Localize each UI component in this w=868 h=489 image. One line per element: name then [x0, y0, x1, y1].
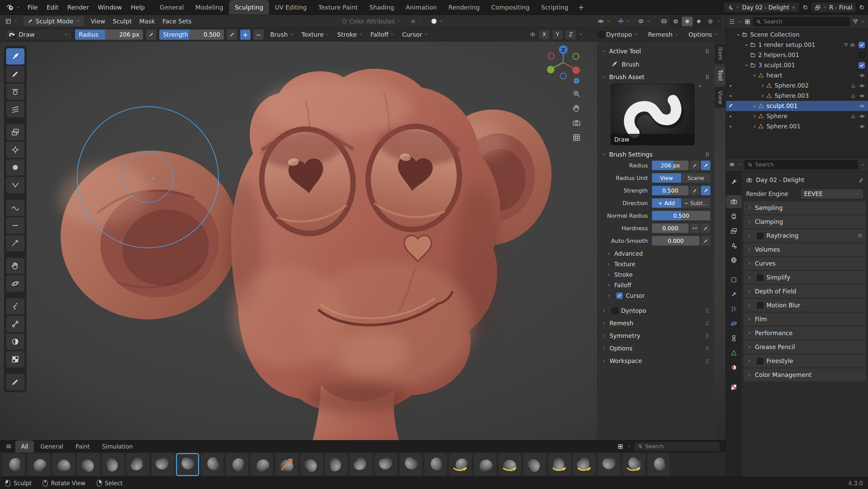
menu-edit[interactable]: Edit: [42, 0, 63, 15]
section-freestyle-checkbox[interactable]: [757, 358, 763, 364]
new-view-layer-button[interactable]: [859, 4, 865, 10]
brush-asset-dropdown[interactable]: [697, 84, 703, 89]
workspace-tab-modeling[interactable]: Modeling: [190, 0, 229, 15]
direction-add-button[interactable]: +Add: [652, 198, 681, 208]
subpanel-cursor-checkbox[interactable]: [616, 292, 623, 299]
properties-tab-world[interactable]: [726, 254, 742, 267]
shelf-search[interactable]: [635, 442, 720, 451]
properties-tab-tool[interactable]: [726, 176, 742, 188]
hardness-pressure-toggle[interactable]: [701, 223, 710, 233]
camera-dot-indicator[interactable]: [574, 78, 579, 84]
radius-unit-scene-button[interactable]: Scene: [681, 173, 711, 183]
brush-thumbnail-23[interactable]: [548, 453, 571, 476]
zoom-button[interactable]: [572, 89, 581, 98]
properties-section-sampling[interactable]: Sampling: [744, 201, 866, 214]
outliner-row-1-render-setup-001[interactable]: 1 render setup.001: [726, 40, 868, 50]
tool-mask[interactable]: [6, 333, 24, 350]
tool-clay-strips[interactable]: [6, 101, 24, 117]
display-mode-button[interactable]: [744, 19, 750, 25]
brush-thumbnail-11[interactable]: [251, 453, 273, 476]
properties-section-color-management[interactable]: Color Management: [744, 368, 866, 381]
auto-smooth-slider[interactable]: 0.000: [652, 236, 699, 246]
hide-in-viewport-toggle[interactable]: [859, 113, 865, 119]
brush-thumbnail-25[interactable]: [598, 453, 620, 476]
brush-thumbnail-22[interactable]: [524, 453, 546, 476]
shelf-display-button[interactable]: [617, 443, 623, 450]
tool-pose[interactable]: [6, 316, 24, 332]
strength-pressure-button[interactable]: [227, 30, 237, 40]
brush-thumbnail-6[interactable]: [127, 453, 149, 476]
shelf-menu-button[interactable]: [3, 440, 15, 452]
mirror-z-toggle[interactable]: Z: [566, 30, 576, 39]
auto-smooth-pressure-toggle[interactable]: [701, 236, 710, 246]
subpanel-cursor[interactable]: Cursor: [602, 290, 710, 301]
subpanel-stroke[interactable]: Stroke: [602, 269, 710, 280]
color-attributes-dropdown[interactable]: Color Attributes: [339, 17, 404, 26]
hardness-slider[interactable]: 0.000: [652, 223, 689, 233]
sidebar-tab-view[interactable]: View: [715, 87, 725, 108]
properties-tab-particles[interactable]: [726, 303, 742, 315]
workspace-tab-texture-paint[interactable]: Texture Paint: [313, 0, 364, 15]
properties-tab-physics[interactable]: [726, 317, 742, 330]
panel-workspace[interactable]: Workspace: [602, 355, 710, 367]
tool-flatten[interactable]: [6, 217, 24, 234]
mode-selector[interactable]: Sculpt Mode: [23, 16, 84, 26]
brush-thumbnail-24[interactable]: [573, 453, 596, 476]
brush-thumbnail-15[interactable]: [350, 453, 372, 476]
brush-thumbnail-16[interactable]: [375, 453, 397, 476]
strength-slider[interactable]: Strength 0.500: [159, 30, 224, 40]
properties-tab-view-layer[interactable]: [726, 224, 742, 237]
camera-view-button[interactable]: [572, 119, 581, 127]
properties-section-grease-pencil[interactable]: Grease Pencil: [744, 341, 866, 354]
brush-thumbnail-12[interactable]: [276, 453, 298, 476]
orthographic-toggle[interactable]: [572, 133, 581, 142]
properties-section-volumes[interactable]: Volumes: [744, 243, 866, 256]
properties-section-curves[interactable]: Curves: [744, 257, 866, 270]
outliner-row-heart[interactable]: heart: [726, 70, 868, 80]
brush-thumbnail-4[interactable]: [77, 453, 100, 476]
sidebar-tab-tool[interactable]: Tool: [715, 66, 725, 85]
workspace-tab-rendering[interactable]: Rendering: [443, 0, 485, 15]
section-raytracing-checkbox[interactable]: [757, 233, 763, 239]
brush-thumbnail-26[interactable]: [623, 453, 645, 476]
shading-rendered-button[interactable]: [705, 17, 716, 26]
tool-crease[interactable]: [6, 177, 24, 193]
outliner-row-sphere-002[interactable]: Sphere.002: [726, 80, 868, 91]
tool-menu-falloff[interactable]: Falloff: [367, 30, 398, 39]
panel-brush-asset-header[interactable]: Brush Asset: [602, 71, 710, 83]
properties-tab-constraints[interactable]: [726, 332, 742, 345]
new-scene-button[interactable]: [802, 4, 808, 10]
direction-subtract-button[interactable]: −Subt...: [681, 198, 711, 208]
properties-tab-data[interactable]: [726, 346, 742, 359]
outliner-row-3-sculpt-001[interactable]: 3 sculpt.001: [726, 60, 868, 70]
outliner-row-sphere-001[interactable]: Sphere.001: [726, 121, 868, 131]
shading-material-button[interactable]: [693, 17, 704, 26]
properties-search[interactable]: [744, 160, 858, 169]
section-simplify-checkbox[interactable]: [757, 274, 763, 281]
drag-grip-icon[interactable]: [704, 74, 710, 80]
direction-add-button[interactable]: +: [240, 30, 250, 40]
render-engine-select[interactable]: EEVEE: [800, 189, 864, 199]
pin-icon[interactable]: [858, 177, 864, 183]
tool-face-sets[interactable]: [6, 351, 24, 367]
blender-menu-button[interactable]: [3, 0, 23, 15]
menu-window[interactable]: Window: [93, 0, 126, 15]
hide-in-viewport-toggle[interactable]: [859, 103, 865, 109]
properties-tab-output[interactable]: [726, 210, 742, 223]
panel-symmetry[interactable]: Symmetry: [602, 329, 710, 342]
properties-section-film[interactable]: Film: [744, 313, 866, 326]
blend-mode-dropdown[interactable]: [408, 17, 425, 25]
brush-thumbnail-27[interactable]: [648, 453, 670, 476]
expand-toggle[interactable]: [751, 124, 758, 129]
pan-button[interactable]: [572, 104, 581, 113]
overlays-dropdown[interactable]: [635, 17, 653, 25]
tool-menu-texture[interactable]: Texture: [298, 30, 333, 39]
drag-grip-icon[interactable]: [704, 151, 710, 158]
brush-thumbnail-10[interactable]: [226, 453, 248, 476]
filter-button[interactable]: [852, 19, 858, 25]
properties-section-depth-of-field[interactable]: Depth of Field: [744, 285, 866, 298]
menu-help[interactable]: Help: [126, 0, 149, 15]
properties-tab-render[interactable]: [726, 195, 742, 208]
scene-selector[interactable]: Day 02 - Delight: [724, 2, 799, 13]
expand-toggle[interactable]: [759, 93, 766, 98]
